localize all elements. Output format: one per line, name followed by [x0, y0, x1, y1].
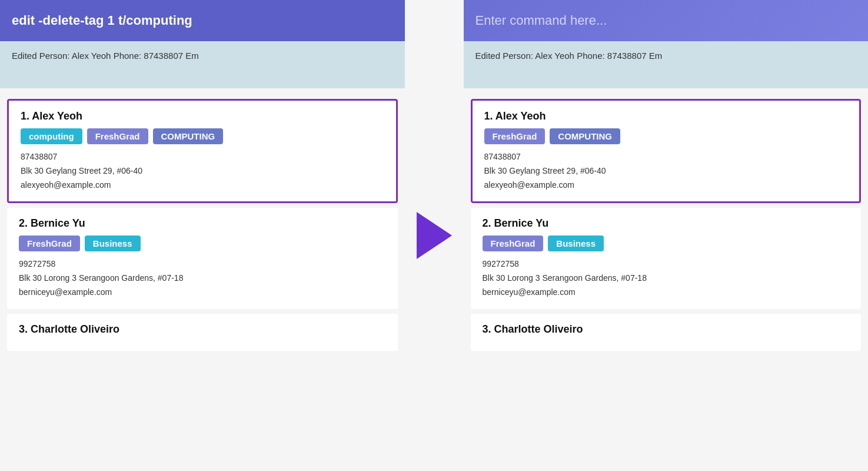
left-result-text: Edited Person: Alex Yeoh Phone: 87438807… [12, 51, 199, 61]
contact-name: 3. Charlotte Oliveiro [483, 323, 850, 336]
left-panel: edit -delete-tag 1 t/computing Edited Pe… [0, 0, 405, 471]
contact-card: 1. Alex YeohcomputingFreshGradCOMPUTING8… [7, 99, 398, 203]
arrow-container [405, 0, 464, 471]
right-result-bar: Edited Person: Alex Yeoh Phone: 87438807… [464, 41, 869, 88]
left-contact-list: 1. Alex YeohcomputingFreshGradCOMPUTING8… [0, 88, 405, 471]
contact-tags: FreshGradBusiness [19, 236, 386, 251]
contact-details: 99272758Blk 30 Lorong 3 Serangoon Garden… [19, 257, 386, 299]
contact-name: 1. Alex Yeoh [21, 110, 384, 122]
contact-tags: FreshGradCOMPUTING [484, 128, 848, 144]
contact-tags: FreshGradBusiness [483, 236, 850, 251]
contact-card: 2. Bernice YuFreshGradBusiness99272758Bl… [7, 208, 398, 309]
contact-name: 2. Bernice Yu [483, 217, 850, 230]
command-input[interactable] [475, 13, 857, 28]
contact-card: 3. Charlotte Oliveiro [7, 314, 398, 351]
contact-details: 87438807Blk 30 Geylang Street 29, #06-40… [484, 150, 848, 192]
left-command-bar: edit -delete-tag 1 t/computing [0, 0, 405, 41]
contact-card: 3. Charlotte Oliveiro [471, 314, 862, 351]
tag-freshgrad: FreshGrad [19, 236, 80, 251]
right-contact-list: 1. Alex YeohFreshGradCOMPUTING87438807Bl… [464, 88, 869, 471]
tag-freshgrad: FreshGrad [87, 128, 148, 144]
left-result-bar: Edited Person: Alex Yeoh Phone: 87438807… [0, 41, 405, 88]
right-result-text: Edited Person: Alex Yeoh Phone: 87438807… [475, 51, 663, 61]
right-panel: Edited Person: Alex Yeoh Phone: 87438807… [464, 0, 869, 471]
contact-card: 2. Bernice YuFreshGradBusiness99272758Bl… [471, 208, 862, 309]
right-command-bar[interactable] [464, 0, 869, 41]
contact-name: 3. Charlotte Oliveiro [19, 323, 386, 336]
tag-computing: computing [21, 128, 82, 144]
contact-name: 1. Alex Yeoh [484, 110, 848, 122]
left-command-text: edit -delete-tag 1 t/computing [12, 13, 192, 28]
contact-tags: computingFreshGradCOMPUTING [21, 128, 384, 144]
tag-business: Business [548, 236, 604, 251]
tag-computing: COMPUTING [550, 128, 620, 144]
tag-business: Business [85, 236, 141, 251]
tag-freshgrad: FreshGrad [483, 236, 544, 251]
contact-details: 99272758Blk 30 Lorong 3 Serangoon Garden… [483, 257, 850, 299]
tag-computing: COMPUTING [153, 128, 224, 144]
contact-card: 1. Alex YeohFreshGradCOMPUTING87438807Bl… [471, 99, 862, 203]
contact-details: 87438807Blk 30 Geylang Street 29, #06-40… [21, 150, 384, 192]
tag-freshgrad: FreshGrad [484, 128, 546, 144]
direction-arrow [417, 212, 452, 259]
contact-name: 2. Bernice Yu [19, 217, 386, 230]
